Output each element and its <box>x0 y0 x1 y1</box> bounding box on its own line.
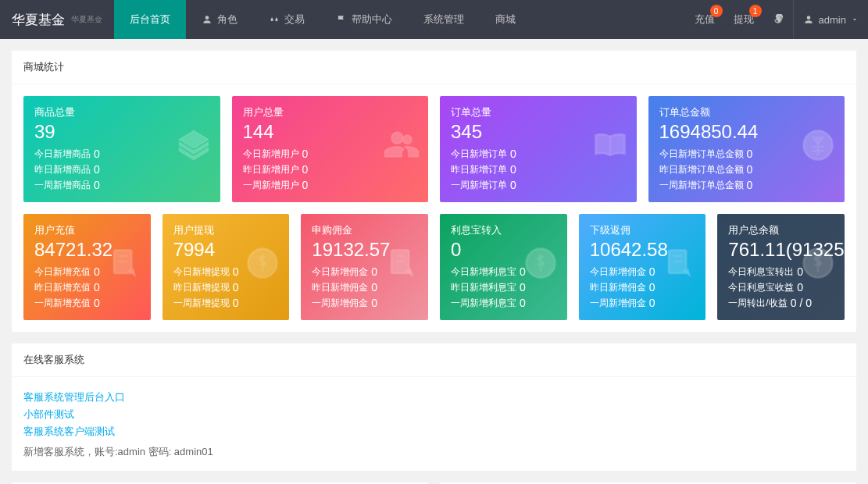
service-link[interactable]: 客服系统客户端测试 <box>23 423 845 440</box>
stat-box: 用户总量 144今日新增用户 0昨日新增用户 0一周新增用户 0 <box>232 96 429 202</box>
stat-box: 订单总金额 1694850.44今日新增订单总金额 0昨日新增订单总金额 0一周… <box>648 96 845 202</box>
yen-icon <box>801 128 835 165</box>
nav-item-3[interactable]: 帮助中心 <box>320 0 408 39</box>
withdraw-badge: 1 <box>749 5 762 17</box>
logo-main: 华夏基金 <box>12 11 65 29</box>
users-icon <box>384 128 419 165</box>
stats-card: 商城统计 商品总量 39今日新增商品 0昨日新增商品 0一周新增商品 0 用户总… <box>12 51 856 332</box>
stat-title: 商品总量 <box>34 105 209 119</box>
logo-sub: 华夏基金 <box>71 14 102 25</box>
stat-title: 用户充值 <box>34 223 140 237</box>
stat-box: 订单总量 345今日新增订单 0昨日新增订单 0一周新增订单 0 <box>440 96 637 202</box>
user-icon <box>202 14 213 25</box>
dollar-icon <box>523 246 558 283</box>
nav-item-1[interactable]: 角色 <box>186 0 253 39</box>
nav-user[interactable]: admin <box>793 0 868 39</box>
nav-withdraw[interactable]: 提现 1 <box>724 0 763 39</box>
service-card: 在线客服系统 客服系统管理后台入口小部件测试客服系统客户端测试新增客服系统，账号… <box>12 343 856 471</box>
stat-title: 用户提现 <box>173 223 279 237</box>
dollar-icon <box>801 246 835 283</box>
stat-box: 商品总量 39今日新增商品 0昨日新增商品 0一周新增商品 0 <box>23 96 220 202</box>
stat-title: 下级返佣 <box>590 223 695 237</box>
nav-item-2[interactable]: 交易 <box>253 0 320 39</box>
layers-icon <box>177 128 211 165</box>
doc-icon <box>662 246 696 283</box>
deposit-badge: 0 <box>710 5 723 17</box>
nav-item-4[interactable]: 系统管理 <box>408 0 480 39</box>
stat-title: 用户总量 <box>243 105 418 119</box>
flag-icon <box>336 14 347 25</box>
stat-box: 用户总余额 761.11(91325.19)今日利息宝转出 0今日利息宝收益 0… <box>717 214 845 320</box>
service-header: 在线客服系统 <box>12 343 856 377</box>
stat-box: 利息宝转入 0今日新增利息宝 0昨日新增利息宝 0一周新增利息宝 0 <box>440 214 567 320</box>
stat-box: 用户提现 7994今日新增提现 0昨日新增提现 0一周新增提现 0 <box>163 214 290 320</box>
refresh-icon <box>773 14 784 25</box>
stat-title: 订单总量 <box>451 105 626 119</box>
stat-title: 订单总金额 <box>659 105 834 119</box>
stat-box: 用户充值 84721.32今日新增充值 0昨日新增充值 0一周新增充值 0 <box>23 214 151 320</box>
service-note: 新增客服系统，账号:admin 密码: admin01 <box>23 445 845 459</box>
user-icon <box>803 14 814 25</box>
book-icon <box>593 128 627 165</box>
stats-header: 商城统计 <box>12 51 856 84</box>
stat-box: 下级返佣 10642.58今日新增佣金 0昨日新增佣金 0一周新增佣金 0 <box>579 214 706 320</box>
stat-box: 申购佣金 19132.57今日新增佣金 0昨日新增佣金 0一周新增佣金 0 <box>301 214 428 320</box>
service-link[interactable]: 客服系统管理后台入口 <box>23 389 845 406</box>
logo: 华夏基金 华夏基金 <box>0 11 114 29</box>
stat-title: 用户总余额 <box>728 223 834 237</box>
nav-item-0[interactable]: 后台首页 <box>114 0 186 39</box>
nav-deposit[interactable]: 充值 0 <box>685 0 724 39</box>
service-link[interactable]: 小部件测试 <box>23 406 845 423</box>
stat-title: 利息宝转入 <box>451 223 556 237</box>
nav-item-5[interactable]: 商城 <box>480 0 531 39</box>
doc-icon <box>384 246 419 283</box>
nav-refresh[interactable] <box>763 0 793 39</box>
scale-icon <box>269 14 280 25</box>
stat-title: 申购佣金 <box>312 223 417 237</box>
chevron-down-icon <box>851 14 859 25</box>
doc-icon <box>107 246 141 283</box>
navbar: 华夏基金 华夏基金 后台首页角色交易帮助中心系统管理商城 充值 0 提现 1 a… <box>0 0 868 39</box>
dollar-icon <box>245 246 280 283</box>
